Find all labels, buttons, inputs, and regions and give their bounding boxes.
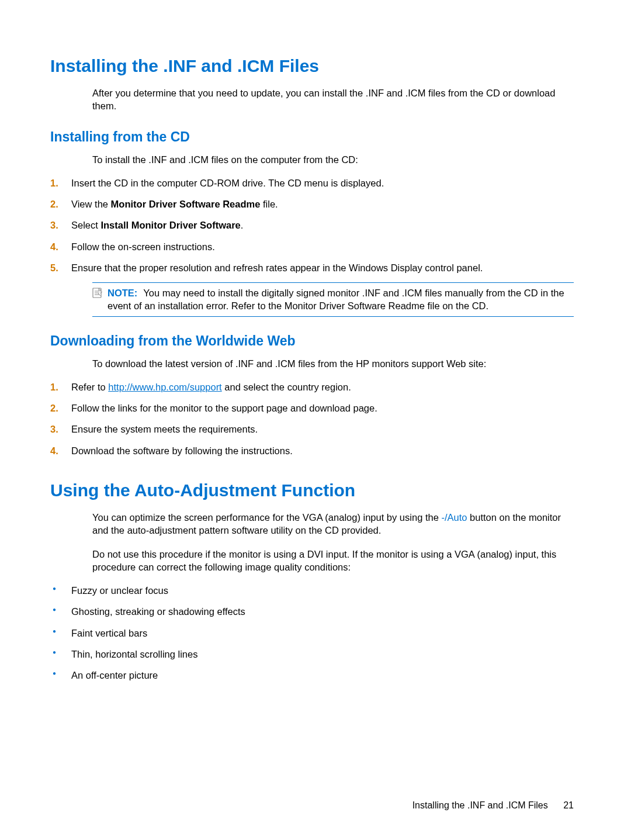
list-number: 4. <box>50 240 58 253</box>
heading-auto-adjustment: Using the Auto-Adjustment Function <box>50 481 574 500</box>
list-text: Follow the on-screen instructions. <box>71 241 215 252</box>
list-number: 1. <box>50 177 58 189</box>
list-item: 5. Ensure that the proper resolution and… <box>50 261 574 274</box>
paragraph: You can optimize the screen performance … <box>92 511 574 537</box>
list-number: 5. <box>50 261 58 274</box>
list-text: Follow the links for the monitor to the … <box>71 403 377 413</box>
page-footer: Installing the .INF and .ICM Files 21 <box>412 800 574 811</box>
list-text: Ensure that the proper resolution and re… <box>71 262 483 273</box>
bullet-list-conditions: Fuzzy or unclear focus Ghosting, streaki… <box>50 584 574 682</box>
note-callout: NOTE:You may need to install the digital… <box>92 282 574 317</box>
list-number: 1. <box>50 381 58 393</box>
list-number: 4. <box>50 444 58 457</box>
ordered-list-cd-steps: 1. Insert the CD in the computer CD-ROM … <box>50 177 574 274</box>
auto-button-label: -/Auto <box>441 512 467 523</box>
note-text: NOTE:You may need to install the digital… <box>108 286 574 313</box>
paragraph: To install the .INF and .ICM files on th… <box>92 153 574 166</box>
paragraph: To download the latest version of .INF a… <box>92 357 574 370</box>
support-link[interactable]: http://www.hp.com/support <box>108 382 221 392</box>
list-number: 2. <box>50 198 58 210</box>
list-item: 1. Refer to http://www.hp.com/support an… <box>50 381 574 393</box>
list-text: Ensure the system meets the requirements… <box>71 424 258 434</box>
list-item: 3. Select Install Monitor Driver Softwar… <box>50 219 574 231</box>
document-page: Installing the .INF and .ICM Files After… <box>0 0 631 840</box>
list-item: 4. Download the software by following th… <box>50 444 574 457</box>
list-number: 2. <box>50 402 58 414</box>
list-item: 2. Follow the links for the monitor to t… <box>50 402 574 414</box>
list-text: Refer to http://www.hp.com/support and s… <box>71 382 351 392</box>
list-item: 2. View the Monitor Driver Software Read… <box>50 198 574 210</box>
list-item: Fuzzy or unclear focus <box>50 584 574 597</box>
list-number: 3. <box>50 219 58 231</box>
heading-installing-inf-icm: Installing the .INF and .ICM Files <box>50 56 574 76</box>
list-item: Faint vertical bars <box>50 627 574 639</box>
paragraph: Do not use this procedure if the monitor… <box>92 548 574 574</box>
note-label: NOTE: <box>108 288 137 298</box>
list-text: Select Install Monitor Driver Software. <box>71 220 243 230</box>
heading-installing-from-cd: Installing from the CD <box>50 129 574 145</box>
list-number: 3. <box>50 423 58 435</box>
page-number: 21 <box>563 800 574 810</box>
list-item: 3. Ensure the system meets the requireme… <box>50 423 574 435</box>
paragraph: After you determine that you need to upd… <box>92 87 574 113</box>
list-item: Thin, horizontal scrolling lines <box>50 648 574 661</box>
list-item: An off-center picture <box>50 669 574 682</box>
footer-section-title: Installing the .INF and .ICM Files <box>412 800 548 810</box>
list-item: 1. Insert the CD in the computer CD-ROM … <box>50 177 574 189</box>
list-text: View the Monitor Driver Software Readme … <box>71 199 278 209</box>
note-icon <box>92 288 103 301</box>
ordered-list-web-steps: 1. Refer to http://www.hp.com/support an… <box>50 381 574 457</box>
list-item: 4. Follow the on-screen instructions. <box>50 240 574 253</box>
list-item: Ghosting, streaking or shadowing effects <box>50 605 574 618</box>
list-text: Insert the CD in the computer CD-ROM dri… <box>71 178 384 188</box>
heading-downloading-web: Downloading from the Worldwide Web <box>50 333 574 349</box>
list-text: Download the software by following the i… <box>71 445 293 456</box>
